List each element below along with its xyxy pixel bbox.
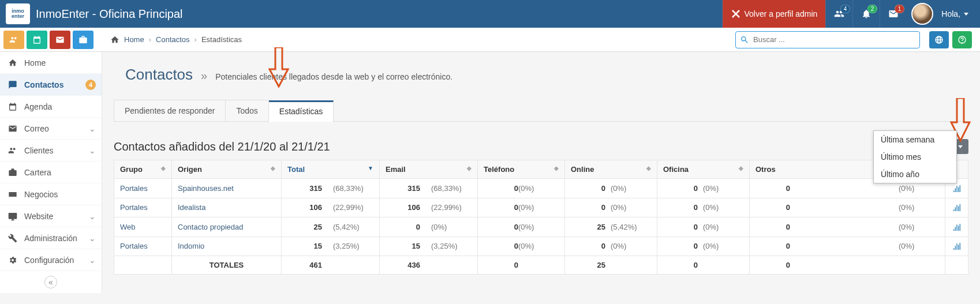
cell-origen[interactable]: Spainhouses.net xyxy=(172,179,282,198)
cell-telefono: 0(0%) xyxy=(478,217,565,237)
hello-label: Hola, xyxy=(941,9,960,18)
totals-oficina: 0 xyxy=(657,256,750,275)
sidebar-item-agenda[interactable]: Agenda xyxy=(0,96,102,118)
page-title-sep: » xyxy=(201,69,207,82)
sidebar-item-cartera[interactable]: Cartera xyxy=(0,162,102,183)
th-label: Email xyxy=(386,165,406,174)
period-option-year[interactable]: Último año xyxy=(874,166,956,183)
th-email[interactable]: Email◆ xyxy=(380,160,478,179)
logo[interactable]: inmoenter xyxy=(6,3,30,24)
sort-icon: ◆ xyxy=(271,165,275,171)
secondbar: Home › Contactos › Estadísticas xyxy=(0,28,980,52)
quick-briefcase-button[interactable] xyxy=(73,31,93,49)
mail-badge: 1 xyxy=(895,5,905,13)
th-grupo[interactable]: Grupo◆ xyxy=(114,160,172,179)
sidebar-item-label: Configuración xyxy=(24,256,74,265)
th-online[interactable]: Online◆ xyxy=(565,160,657,179)
tab-stats[interactable]: Estadísticas xyxy=(269,100,334,122)
sidebar-item-label: Cartera xyxy=(24,168,51,177)
back-to-admin-button[interactable]: Volver a perfil admin xyxy=(723,0,825,28)
cell-email: 0(0%) xyxy=(380,217,478,237)
cell-grupo[interactable]: Portales xyxy=(114,237,172,256)
cell-online: 0(0%) xyxy=(565,237,657,256)
cell-origen[interactable]: Indomio xyxy=(172,237,282,256)
avatar xyxy=(911,3,933,25)
users-icon xyxy=(9,35,18,44)
bar-chart-icon xyxy=(952,223,962,232)
cell-total: 15(3,25%) xyxy=(282,237,380,256)
home-icon xyxy=(110,35,119,44)
breadcrumb-sep: › xyxy=(194,35,197,44)
sidebar-collapse-button[interactable]: « xyxy=(0,271,102,293)
row-chart-button[interactable] xyxy=(945,198,968,217)
cell-online: 25(5,42%) xyxy=(565,217,657,237)
cell-online: 0(0%) xyxy=(565,198,657,217)
th-label: Grupo xyxy=(120,165,143,174)
cell-grupo[interactable]: Portales xyxy=(114,179,172,198)
calendar-icon xyxy=(8,102,17,111)
th-oficina[interactable]: Oficina◆ xyxy=(657,160,750,179)
totals-email: 436 xyxy=(380,256,478,275)
tab-pending[interactable]: Pendientes de responder xyxy=(114,100,226,121)
topbar-user-menu[interactable]: Hola, xyxy=(907,3,980,25)
users-badge: 4 xyxy=(840,5,851,13)
page-subtitle: Potenciales clientes llegados desde la w… xyxy=(215,72,452,81)
globe-button[interactable] xyxy=(929,31,949,48)
sidebar-item-home[interactable]: Home xyxy=(0,52,102,74)
breadcrumb: Home › Contactos › Estadísticas xyxy=(110,35,735,44)
sort-icon: ◆ xyxy=(161,165,166,171)
sort-icon: ◆ xyxy=(467,165,472,171)
chevron-down-icon xyxy=(964,13,968,16)
sidebar-item-contactos[interactable]: Contactos4 xyxy=(0,74,102,96)
sidebar-item-negocios[interactable]: Negocios xyxy=(0,183,102,205)
period-option-week[interactable]: Última semana xyxy=(874,131,956,148)
cell-origen[interactable]: Contacto propiedad xyxy=(172,217,282,237)
topbar-bell-button[interactable]: 2 xyxy=(852,0,880,28)
chevron-down-icon: ⌄ xyxy=(89,212,96,221)
topbar-mail-button[interactable]: 1 xyxy=(880,0,907,28)
tabs: Pendientes de responder Todos Estadístic… xyxy=(114,100,968,122)
cell-oficina: 0(0%) xyxy=(657,237,750,256)
sidebar-item-correo[interactable]: Correo⌄ xyxy=(0,118,102,140)
sidebar-item-website[interactable]: Website⌄ xyxy=(0,205,102,227)
sidebar-item-label: Negocios xyxy=(24,190,58,199)
cell-grupo[interactable]: Portales xyxy=(114,198,172,217)
breadcrumb-contacts[interactable]: Contactos xyxy=(156,35,190,44)
app-title: InmoEnter - Oficina Principal xyxy=(36,7,183,21)
quick-mail-button[interactable] xyxy=(50,31,70,49)
th-telefono[interactable]: Teléfono◆ xyxy=(478,160,565,179)
tab-all[interactable]: Todos xyxy=(226,100,268,121)
sidebar-item-label: Administración xyxy=(24,234,77,243)
cell-grupo[interactable]: Web xyxy=(114,217,172,237)
th-total[interactable]: Total▼ xyxy=(282,160,380,179)
th-origen[interactable]: Origen◆ xyxy=(172,160,282,179)
cell-email: 106(22,99%) xyxy=(380,198,478,217)
th-label: Oficina xyxy=(663,165,689,174)
row-chart-button[interactable] xyxy=(945,217,968,237)
quick-users-button[interactable] xyxy=(3,31,24,49)
help-button[interactable] xyxy=(952,31,972,48)
topbar: inmoenter InmoEnter - Oficina Principal … xyxy=(0,0,980,28)
bar-chart-icon xyxy=(952,242,962,251)
sidebar-item-label: Agenda xyxy=(24,102,52,111)
topbar-users-button[interactable]: 4 xyxy=(825,0,852,28)
sidebar-item-configuracion[interactable]: Configuración⌄ xyxy=(0,249,102,271)
th-label: Origen xyxy=(178,165,202,174)
totals-total: 461 xyxy=(282,256,380,275)
cell-origen[interactable]: Idealista xyxy=(172,198,282,217)
sort-icon: ◆ xyxy=(554,165,559,171)
row-chart-button[interactable] xyxy=(945,237,968,256)
back-to-admin-label: Volver a perfil admin xyxy=(744,9,817,18)
quick-calendar-button[interactable] xyxy=(27,31,47,49)
envelope-icon xyxy=(55,35,65,44)
period-option-month[interactable]: Último mes xyxy=(874,148,956,166)
sidebar-item-clientes[interactable]: Clientes⌄ xyxy=(0,140,102,162)
totals-online: 25 xyxy=(565,256,657,275)
breadcrumb-home[interactable]: Home xyxy=(124,35,144,44)
search-input[interactable] xyxy=(735,31,920,48)
cell-email: 315(68,33%) xyxy=(380,179,478,198)
sidebar-item-administracion[interactable]: Administración⌄ xyxy=(0,227,102,249)
period-dropdown-menu: Última semana Último mes Último año xyxy=(873,130,957,183)
calendar-icon xyxy=(32,35,42,44)
table-totals-row: TOTALES46143602500 xyxy=(114,256,968,275)
